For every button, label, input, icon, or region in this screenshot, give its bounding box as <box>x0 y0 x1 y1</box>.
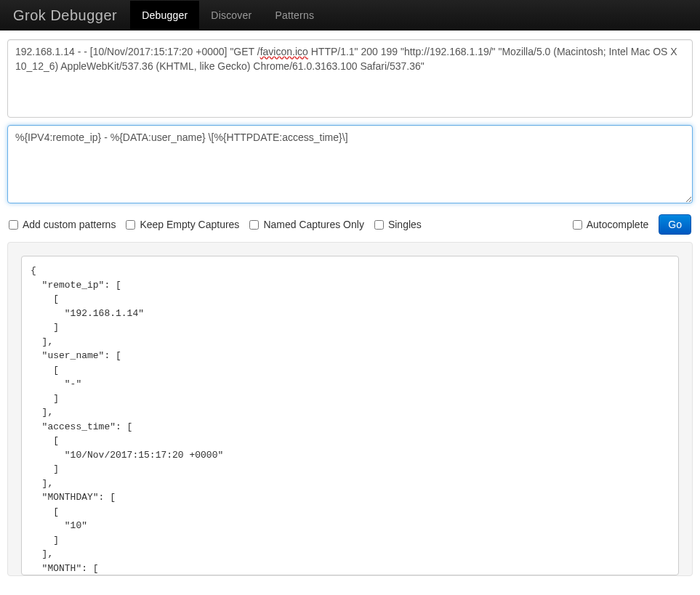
checkbox-input-singles[interactable] <box>374 220 384 230</box>
log-input[interactable]: 192.168.1.14 - - [10/Nov/2017:15:17:20 +… <box>7 39 693 118</box>
nav-tab-discover[interactable]: Discover <box>199 1 263 30</box>
checkbox-input-add-custom-patterns[interactable] <box>9 220 18 230</box>
log-text-misspell: favicon.ico <box>260 46 308 57</box>
nav-tab-debugger[interactable]: Debugger <box>130 1 199 30</box>
navbar: Grok Debugger Debugger Discover Patterns <box>0 0 700 31</box>
pattern-input[interactable] <box>7 125 693 203</box>
log-text-prefix: 192.168.1.14 - - [10/Nov/2017:15:17:20 +… <box>15 46 260 57</box>
checkbox-named-captures-only[interactable]: Named Captures Only <box>249 219 364 230</box>
checkbox-autocomplete[interactable]: Autocomplete <box>573 219 649 230</box>
checkbox-keep-empty-captures[interactable]: Keep Empty Captures <box>126 219 239 230</box>
checkbox-input-keep-empty-captures[interactable] <box>126 220 135 230</box>
go-button[interactable]: Go <box>659 214 691 235</box>
checkbox-singles[interactable]: Singles <box>374 219 422 230</box>
nav-tabs: Debugger Discover Patterns <box>130 1 326 30</box>
options-right: Autocomplete Go <box>573 214 691 235</box>
checkbox-label: Autocomplete <box>587 219 649 230</box>
checkbox-label: Keep Empty Captures <box>140 219 239 230</box>
checkbox-input-autocomplete[interactable] <box>573 220 582 230</box>
main-container: 192.168.1.14 - - [10/Nov/2017:15:17:20 +… <box>0 31 700 576</box>
checkbox-label: Add custom patterns <box>23 219 116 230</box>
app-brand: Grok Debugger <box>13 7 117 24</box>
options-row: Add custom patterns Keep Empty Captures … <box>7 213 693 242</box>
checkbox-input-named-captures-only[interactable] <box>249 220 259 230</box>
checkbox-label: Singles <box>388 219 422 230</box>
checkbox-label: Named Captures Only <box>263 219 364 230</box>
checkbox-add-custom-patterns[interactable]: Add custom patterns <box>9 219 116 230</box>
output-json: { "remote_ip": [ [ "192.168.1.14" ] ], "… <box>21 256 679 575</box>
options-left: Add custom patterns Keep Empty Captures … <box>9 219 422 230</box>
output-panel: { "remote_ip": [ [ "192.168.1.14" ] ], "… <box>7 242 693 576</box>
nav-tab-patterns[interactable]: Patterns <box>263 1 326 30</box>
